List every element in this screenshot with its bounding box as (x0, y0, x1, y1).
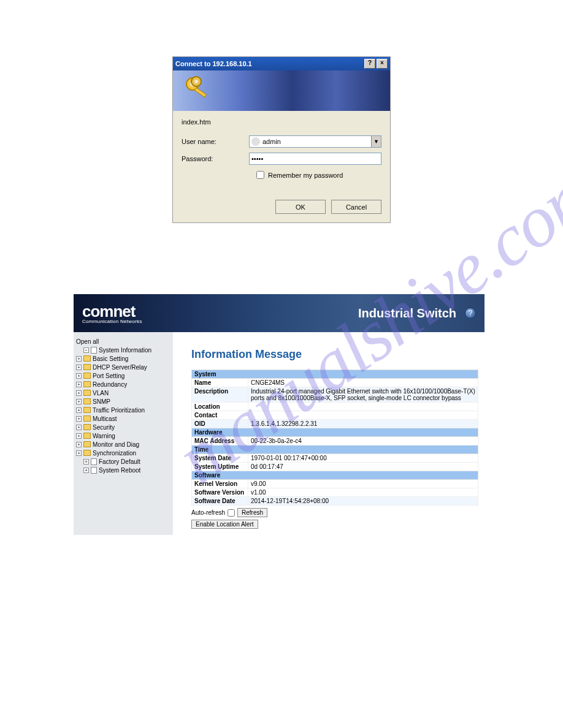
dialog-body: index.htm User name: admin ▼ Password: •… (173, 111, 390, 222)
sidebar-item-multicast[interactable]: +Multicast (76, 414, 170, 423)
svg-point-4 (194, 80, 198, 83)
row-val: v1.00 (248, 488, 478, 497)
plus-icon[interactable]: + (83, 468, 89, 473)
folder-icon (83, 450, 91, 456)
sidebar-label: Basic Setting (93, 355, 128, 362)
main-content: Information Message System NameCNGE24MS … (173, 332, 484, 535)
cancel-button[interactable]: Cancel (331, 200, 381, 214)
help-icon[interactable]: ? (465, 308, 476, 319)
enable-location-alert-button[interactable]: Enable Location Alert (191, 520, 258, 529)
doc-icon (91, 467, 97, 474)
sidebar-item-system-reboot[interactable]: +System Reboot (76, 466, 170, 474)
remember-checkbox[interactable] (256, 171, 264, 179)
sidebar-label: Monitor and Diag (93, 441, 139, 448)
sidebar-item-basic-setting[interactable]: +Basic Setting (76, 354, 170, 363)
keys-icon (182, 74, 212, 105)
row-val: v9.00 (248, 480, 478, 488)
sidebar-label: Warning (93, 433, 115, 439)
row-key: System Date (192, 454, 248, 463)
plus-icon[interactable]: + (76, 442, 82, 447)
open-all-label: Open all (76, 338, 99, 345)
auto-refresh-checkbox[interactable] (228, 509, 235, 517)
password-label: Password: (182, 155, 249, 162)
sidebar-label: Traffic Prioritization (93, 407, 145, 414)
sidebar-label: DHCP Server/Relay (93, 364, 147, 371)
auto-refresh-label: Auto-refresh (191, 509, 225, 516)
row-key: OID (192, 420, 248, 428)
sidebar-label: Factory Default (99, 458, 140, 465)
row-key: MAC Address (192, 437, 248, 446)
row-key: Name (192, 379, 248, 387)
plus-icon[interactable]: + (76, 408, 82, 413)
sidebar: Open all −System Information +Basic Sett… (74, 332, 173, 535)
plus-icon[interactable]: + (76, 365, 82, 370)
dialog-titlebar[interactable]: Connect to 192.168.10.1 ? × (173, 57, 390, 70)
row-val: 1.3.6.1.4.1.32298.2.2.31 (248, 420, 478, 428)
folder-icon (83, 398, 91, 404)
page-title: Industrial Switch (358, 306, 456, 320)
help-button[interactable]: ? (364, 59, 375, 69)
password-field[interactable]: ••••• (249, 153, 381, 165)
minus-icon[interactable]: − (83, 347, 89, 353)
brand-subtitle: Communication Networks (82, 319, 142, 324)
row-val (248, 403, 478, 411)
plus-icon[interactable]: + (76, 399, 82, 404)
plus-icon[interactable]: + (76, 450, 82, 456)
sidebar-label: Security (93, 424, 115, 431)
plus-icon[interactable]: + (76, 356, 82, 362)
password-value: ••••• (251, 155, 263, 162)
sidebar-item-system-information[interactable]: −System Information (76, 346, 170, 354)
plus-icon[interactable]: + (76, 373, 82, 379)
row-val: CNGE24MS (248, 379, 478, 387)
remember-label: Remember my password (268, 172, 343, 179)
row-val: 2014-12-19T14:54:28+08:00 (248, 497, 478, 506)
row-key: Software Date (192, 497, 248, 506)
plus-icon[interactable]: + (76, 433, 82, 439)
plus-icon[interactable]: + (83, 459, 89, 464)
row-key: Description (192, 387, 248, 403)
sidebar-item-traffic[interactable]: +Traffic Prioritization (76, 406, 170, 414)
refresh-button[interactable]: Refresh (237, 508, 267, 517)
realm-label: index.htm (182, 118, 381, 126)
folder-icon (83, 407, 91, 413)
row-key: System Uptime (192, 463, 248, 471)
plus-icon[interactable]: + (76, 390, 82, 396)
sidebar-item-dhcp[interactable]: +DHCP Server/Relay (76, 363, 170, 371)
sidebar-item-snmp[interactable]: +SNMP (76, 397, 170, 406)
sidebar-label: System Information (99, 347, 151, 354)
row-key: Contact (192, 411, 248, 420)
sidebar-item-synchronization[interactable]: +Synchronization (76, 449, 170, 457)
sidebar-item-factory-default[interactable]: +Factory Default (76, 457, 170, 466)
sidebar-label: Redundancy (93, 381, 127, 388)
sidebar-item-port-setting[interactable]: +Port Setting (76, 371, 170, 380)
plus-icon[interactable]: + (76, 425, 82, 430)
open-all-link[interactable]: Open all (76, 337, 170, 346)
folder-icon (83, 433, 91, 439)
plus-icon[interactable]: + (76, 416, 82, 422)
folder-icon (83, 364, 91, 370)
dialog-banner (173, 70, 390, 111)
info-table: System NameCNGE24MS DescriptionIndustria… (191, 370, 478, 506)
row-val: 1970-01-01 00:17:47+00:00 (248, 454, 478, 463)
section-system: System (192, 370, 478, 379)
folder-icon (83, 390, 91, 396)
plus-icon[interactable]: + (76, 382, 82, 387)
dialog-title: Connect to 192.168.10.1 (175, 60, 252, 67)
sidebar-label: Port Setting (93, 373, 124, 379)
sidebar-item-monitor[interactable]: +Monitor and Diag (76, 440, 170, 449)
row-val: Industrial 24-port managed Gigabit Ether… (248, 387, 478, 403)
sidebar-item-warning[interactable]: +Warning (76, 431, 170, 440)
section-hardware: Hardware (192, 428, 478, 437)
ok-button[interactable]: OK (275, 200, 326, 214)
row-key: Location (192, 403, 248, 411)
close-button[interactable]: × (377, 59, 388, 69)
dropdown-icon[interactable]: ▼ (371, 136, 381, 147)
sidebar-item-security[interactable]: +Security (76, 423, 170, 431)
sidebar-item-redundancy[interactable]: +Redundancy (76, 380, 170, 389)
user-icon (251, 137, 260, 146)
sidebar-item-vlan[interactable]: +VLAN (76, 389, 170, 397)
sidebar-label: Multicast (93, 415, 117, 422)
username-label: User name: (182, 138, 249, 145)
username-field[interactable]: admin ▼ (249, 135, 381, 148)
brand-logo: comnet Communication Networks (82, 302, 142, 324)
